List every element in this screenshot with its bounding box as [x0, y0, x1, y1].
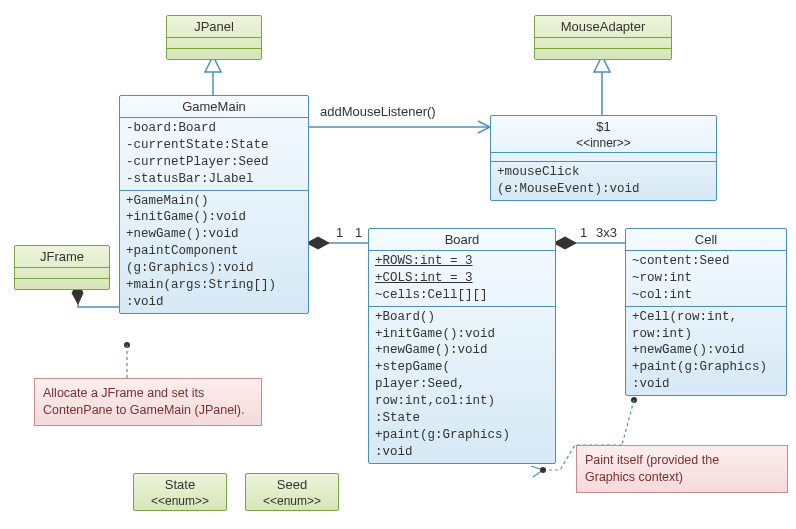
class-fields: -board:Board -currentState:State -currne…	[120, 118, 308, 191]
class-title: State	[134, 474, 226, 492]
field: ~cells:Cell[][]	[375, 287, 549, 304]
field: ~col:int	[632, 287, 780, 304]
method: (g:Graphics):void	[126, 260, 302, 277]
field: ~content:Seed	[632, 253, 780, 270]
method: row:int)	[632, 326, 780, 343]
method: :void	[375, 444, 549, 461]
class-title: JPanel	[167, 16, 261, 38]
multiplicity: 3x3	[596, 225, 617, 240]
method: row:int,col:int)	[375, 393, 549, 410]
method: :void	[126, 294, 302, 311]
class-title: MouseAdapter	[535, 16, 671, 38]
field: +ROWS:int = 3	[375, 253, 549, 270]
note-paint: Paint itself (provided the Graphics cont…	[576, 445, 788, 493]
label-addmouse: addMouseListener()	[320, 104, 436, 119]
field: ~row:int	[632, 270, 780, 287]
svg-marker-6	[307, 237, 329, 249]
class-inner: $1 <<inner>> +mouseClick (e:MouseEvent):…	[490, 115, 717, 201]
class-title: Board	[369, 229, 555, 251]
class-methods: +GameMain() +initGame():void +newGame():…	[120, 191, 308, 313]
method: +stepGame(	[375, 359, 549, 376]
method: +GameMain()	[126, 193, 302, 210]
class-cell: Cell ~content:Seed ~row:int ~col:int +Ce…	[625, 228, 787, 396]
stereotype: <<enum>>	[246, 492, 338, 510]
multiplicity: 1	[355, 225, 362, 240]
class-fields: ~content:Seed ~row:int ~col:int	[626, 251, 786, 307]
multiplicity: 1	[580, 225, 587, 240]
method: +paint(g:Graphics)	[632, 359, 780, 376]
svg-point-12	[631, 397, 637, 403]
method: :State	[375, 410, 549, 427]
class-jpanel: JPanel	[166, 15, 262, 60]
enum-seed: Seed <<enum>>	[245, 473, 339, 511]
method: +paint(g:Graphics)	[375, 427, 549, 444]
class-title: Cell	[626, 229, 786, 251]
field: -currentState:State	[126, 137, 302, 154]
method: +newGame():void	[375, 342, 549, 359]
class-title: $1	[491, 116, 716, 134]
method: +initGame():void	[375, 326, 549, 343]
class-methods: +mouseClick (e:MouseEvent):void	[491, 162, 716, 200]
method: player:Seed,	[375, 376, 549, 393]
field: -board:Board	[126, 120, 302, 137]
field: +COLS:int = 3	[375, 270, 549, 287]
method: +paintComponent	[126, 243, 302, 260]
class-board: Board +ROWS:int = 3 +COLS:int = 3 ~cells…	[368, 228, 556, 464]
note-line: ContenPane to GameMain (JPanel).	[43, 402, 253, 419]
note-jframe: Allocate a JFrame and set its ContenPane…	[34, 378, 262, 426]
field: -statusBar:JLabel	[126, 171, 302, 188]
method: +newGame():void	[126, 226, 302, 243]
note-line: Allocate a JFrame and set its	[43, 385, 253, 402]
svg-point-14	[540, 467, 546, 473]
class-title: GameMain	[120, 96, 308, 118]
method: +Cell(row:int,	[632, 309, 780, 326]
field: -currnetPlayer:Seed	[126, 154, 302, 171]
method: +newGame():void	[632, 342, 780, 359]
note-line: Paint itself (provided the	[585, 452, 779, 469]
method: :void	[632, 376, 780, 393]
class-fields: +ROWS:int = 3 +COLS:int = 3 ~cells:Cell[…	[369, 251, 555, 307]
method: +Board()	[375, 309, 549, 326]
class-jframe: JFrame	[14, 245, 110, 290]
class-title: Seed	[246, 474, 338, 492]
stereotype: <<enum>>	[134, 492, 226, 510]
svg-point-10	[124, 342, 130, 348]
class-mouseadapter: MouseAdapter	[534, 15, 672, 60]
class-title: JFrame	[15, 246, 109, 268]
class-gamemain: GameMain -board:Board -currentState:Stat…	[119, 95, 309, 314]
multiplicity: 1	[336, 225, 343, 240]
method: +main(args:String[])	[126, 277, 302, 294]
enum-state: State <<enum>>	[133, 473, 227, 511]
stereotype: <<inner>>	[491, 134, 716, 153]
method: (e:MouseEvent):void	[497, 181, 710, 198]
class-methods: +Board() +initGame():void +newGame():voi…	[369, 307, 555, 463]
method: +initGame():void	[126, 209, 302, 226]
note-line: Graphics context)	[585, 469, 779, 486]
class-methods: +Cell(row:int, row:int) +newGame():void …	[626, 307, 786, 395]
svg-marker-8	[554, 237, 576, 249]
svg-line-13	[622, 400, 634, 445]
method: +mouseClick	[497, 164, 710, 181]
